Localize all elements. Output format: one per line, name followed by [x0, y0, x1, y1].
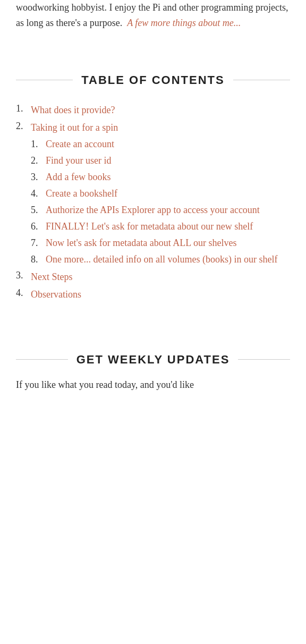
toc-sub-list-2: 1. Create an account 2. Find your user i… [31, 137, 290, 267]
toc-title: TABLE OF CONTENTS [73, 73, 233, 87]
toc-sub-link-2-4[interactable]: Create a bookshelf [46, 187, 117, 201]
toc-list: 1. What does it provide? 2. Taking it ou… [16, 103, 290, 302]
toc-num-1: 1. [16, 103, 31, 114]
toc-num-4: 4. [16, 287, 31, 299]
divider-line-right [233, 80, 290, 80]
toc-link-3[interactable]: Next Steps [31, 270, 73, 284]
toc-sub-link-2-3[interactable]: Add a few books [46, 170, 110, 184]
toc-sub-item-2-5: 5. Authorize the APIs Explorer app to ac… [31, 203, 290, 217]
weekly-title: GET WEEKLY UPDATES [68, 353, 239, 367]
toc-item-3: 3. Next Steps [16, 270, 290, 284]
weekly-intro-text: If you like what you read today, and you… [0, 377, 306, 393]
toc-link-2[interactable]: Taking it out for a spin [31, 121, 118, 135]
intro-link[interactable]: A few more things about me... [127, 18, 241, 28]
toc-link-4[interactable]: Observations [31, 287, 81, 302]
toc-sub-link-2-1[interactable]: Create an account [46, 137, 114, 151]
toc-sub-item-2-3: 3. Add a few books [31, 170, 290, 184]
toc-sub-link-2-8[interactable]: One more... detailed info on all volumes… [46, 252, 277, 267]
toc-sub-link-2-5[interactable]: Authorize the APIs Explorer app to acces… [46, 203, 260, 217]
toc-item-4: 4. Observations [16, 287, 290, 302]
toc-divider: TABLE OF CONTENTS [0, 63, 306, 92]
toc-sub-link-2-2[interactable]: Find your user id [46, 154, 112, 168]
toc-sub-link-2-6[interactable]: FINALLY! Let's ask for metadata about ou… [46, 219, 253, 234]
intro-section: woodworking hobbyist. I enjoy the Pi and… [0, 0, 306, 47]
toc-sub-item-2-1: 1. Create an account [31, 137, 290, 151]
toc-num-3: 3. [16, 270, 31, 281]
toc-sub-item-2-2: 2. Find your user id [31, 154, 290, 168]
toc-item-1: 1. What does it provide? [16, 103, 290, 117]
weekly-divider-line-left [16, 359, 68, 360]
toc-sub-item-2-6: 6. FINALLY! Let's ask for metadata about… [31, 219, 290, 234]
toc-sub-item-2-7: 7. Now let's ask for metadata about ALL … [31, 236, 290, 250]
intro-text: woodworking hobbyist. I enjoy the Pi and… [16, 0, 290, 31]
toc-sub-item-2-4: 4. Create a bookshelf [31, 187, 290, 201]
toc-num-2: 2. [16, 121, 31, 132]
toc-sub-link-2-7[interactable]: Now let's ask for metadata about ALL our… [46, 236, 236, 250]
toc-nav: 1. What does it provide? 2. Taking it ou… [0, 98, 306, 321]
toc-item-2: 2. Taking it out for a spin 1. Create an… [16, 121, 290, 267]
weekly-divider-line-right [238, 359, 290, 360]
toc-link-1[interactable]: What does it provide? [31, 103, 115, 117]
toc-sub-item-2-8: 8. One more... detailed info on all volu… [31, 252, 290, 267]
weekly-divider: GET WEEKLY UPDATES [0, 342, 306, 372]
divider-line-left [16, 80, 73, 80]
